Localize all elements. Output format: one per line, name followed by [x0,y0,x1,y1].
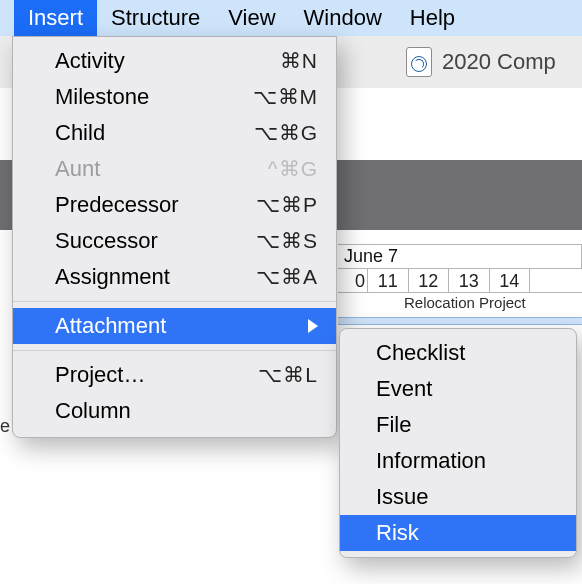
menu-item-child[interactable]: Child ⌥⌘G [13,115,336,151]
menu-item-aunt: Aunt ^⌘G [13,151,336,187]
menu-insert[interactable]: Insert [14,0,97,36]
submenu-item-issue[interactable]: Issue [340,479,576,515]
menu-item-label: Milestone [55,84,253,110]
submenu-item-checklist[interactable]: Checklist [340,335,576,371]
menu-item-label: Aunt [55,156,268,182]
menu-item-project[interactable]: Project… ⌥⌘L [13,357,336,393]
calendar-month-label: June 7 [338,245,582,269]
menubar: Insert Structure View Window Help [0,0,582,36]
submenu-item-file[interactable]: File [340,407,576,443]
menu-item-label: Project… [55,362,258,388]
menu-item-label: Attachment [55,313,300,339]
calendar-day: 11 [368,269,409,292]
menu-window[interactable]: Window [290,0,396,36]
calendar-day: 0 [338,269,368,292]
document-title: 2020 Comp [442,49,556,75]
menu-item-milestone[interactable]: Milestone ⌥⌘M [13,79,336,115]
menu-item-shortcut: ^⌘G [268,157,318,181]
menu-item-shortcut: ⌥⌘S [256,229,318,253]
submenu-item-label: Issue [376,484,429,510]
menu-item-shortcut: ⌥⌘L [258,363,318,387]
menu-item-activity[interactable]: Activity ⌘N [13,43,336,79]
menu-item-shortcut: ⌥⌘P [256,193,318,217]
menu-help[interactable]: Help [396,0,469,36]
menu-item-label: Successor [55,228,256,254]
submenu-item-label: Information [376,448,486,474]
submenu-item-label: File [376,412,411,438]
clipped-text: e [0,416,10,440]
menu-label: View [228,5,275,31]
menu-label: Help [410,5,455,31]
document-icon [406,47,432,77]
menu-item-label: Assignment [55,264,256,290]
submenu-item-event[interactable]: Event [340,371,576,407]
calendar-day: 14 [490,269,531,292]
menu-view[interactable]: View [214,0,289,36]
menu-item-attachment[interactable]: Attachment [13,308,336,344]
menu-item-shortcut: ⌥⌘A [256,265,318,289]
insert-dropdown: Activity ⌘N Milestone ⌥⌘M Child ⌥⌘G Aunt… [12,36,337,438]
calendar-ruler: June 7 0 11 12 13 14 [338,244,582,293]
submenu-item-information[interactable]: Information [340,443,576,479]
menu-label: Window [304,5,382,31]
menu-item-shortcut: ⌘N [280,49,318,73]
menu-label: Insert [28,5,83,31]
menu-separator [13,301,336,302]
menu-item-label: Activity [55,48,280,74]
menu-item-column[interactable]: Column [13,393,336,429]
menu-item-label: Predecessor [55,192,256,218]
calendar-days-row: 0 11 12 13 14 [338,269,582,293]
menu-item-successor[interactable]: Successor ⌥⌘S [13,223,336,259]
menu-structure[interactable]: Structure [97,0,214,36]
submenu-caret-icon [308,319,318,333]
submenu-item-risk[interactable]: Risk [340,515,576,551]
menu-label: Structure [111,5,200,31]
submenu-item-label: Checklist [376,340,465,366]
menu-item-label: Child [55,120,254,146]
attachment-submenu: Checklist Event File Information Issue R… [339,328,577,558]
submenu-item-label: Event [376,376,432,402]
calendar-day: 13 [449,269,490,292]
menu-item-shortcut: ⌥⌘G [254,121,318,145]
gantt-bar-label: Relocation Project [404,294,526,311]
gantt-bar[interactable] [338,317,582,325]
menu-item-predecessor[interactable]: Predecessor ⌥⌘P [13,187,336,223]
menu-separator [13,350,336,351]
menu-item-label: Column [55,398,318,424]
menu-item-shortcut: ⌥⌘M [253,85,319,109]
menu-item-assignment[interactable]: Assignment ⌥⌘A [13,259,336,295]
calendar-day: 12 [409,269,450,292]
submenu-item-label: Risk [376,520,419,546]
